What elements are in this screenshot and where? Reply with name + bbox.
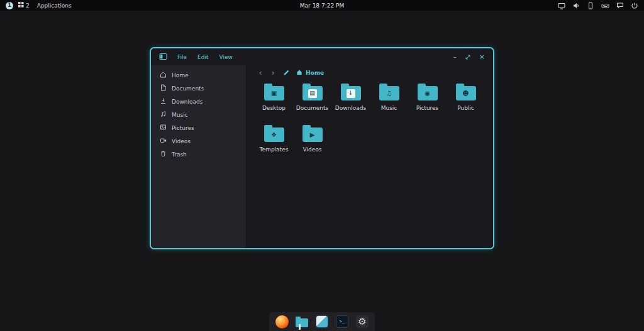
panel-left: 1 2 Applications [6, 2, 72, 9]
download-emblem-icon: ↓ [347, 89, 355, 98]
folder-label: Templates [260, 146, 289, 153]
applications-menu[interactable]: Applications [37, 3, 72, 9]
firefox-icon [275, 315, 289, 328]
folder-icon: ☻ [456, 86, 476, 100]
folder-icon: ▣ [264, 86, 284, 100]
breadcrumb-label: Home [306, 70, 324, 76]
workspace-indicator[interactable]: 1 [6, 2, 13, 9]
folder-label: Videos [303, 146, 322, 153]
keyboard-icon[interactable] [601, 2, 609, 9]
sidebar-item-label: Home [172, 72, 189, 79]
folder-icon: ♫ [379, 86, 399, 100]
folder-videos[interactable]: ▶ Videos [293, 122, 331, 164]
templates-emblem-icon: ❖ [271, 132, 277, 138]
titlebar[interactable]: File Edit View – × [151, 48, 493, 65]
file-view: ‹ › Home ▣ Desktop ▤ [247, 65, 493, 248]
sidebar-item-label: Trash [172, 151, 187, 158]
folder-label: Pictures [416, 105, 439, 111]
power-icon[interactable] [631, 2, 638, 9]
maximize-button[interactable] [465, 54, 471, 60]
sidebar-item-music[interactable]: Music [151, 108, 246, 121]
pictures-icon [160, 124, 167, 132]
dock-item-file-manager[interactable] [294, 314, 309, 329]
folder-label: Desktop [262, 105, 286, 111]
file-manager-icon [296, 318, 308, 327]
videos-icon [160, 137, 167, 145]
folder-label: Public [457, 105, 474, 111]
video-emblem-icon: ▶ [310, 132, 315, 138]
camera-emblem-icon: ◉ [425, 90, 430, 97]
folder-documents[interactable]: ▤ Documents [293, 81, 331, 122]
system-tray [558, 2, 638, 9]
sidebar-item-label: Downloads [172, 99, 203, 105]
download-icon [160, 97, 167, 106]
dock: >_ ⚙ [269, 312, 375, 331]
music-icon [160, 111, 167, 119]
menubar: File Edit View [177, 54, 233, 60]
music-emblem-icon: ♫ [386, 90, 392, 97]
editor-icon [316, 315, 328, 328]
clock[interactable]: Mar 18 7:22 PM [300, 0, 344, 11]
folder-grid: ▣ Desktop ▤ Documents ↓ Downloads ♫ Musi… [247, 80, 486, 164]
folder-pictures[interactable]: ◉ Pictures [408, 81, 447, 122]
folder-templates[interactable]: ❖ Templates [255, 122, 293, 164]
status-indicator[interactable]: 2 [18, 2, 30, 9]
app-menu-icon[interactable] [159, 51, 167, 63]
folder-icon: ▤ [303, 86, 323, 100]
sidebar-item-downloads[interactable]: Downloads [151, 95, 246, 108]
dock-item-firefox[interactable] [274, 314, 289, 329]
sidebar-item-trash[interactable]: Trash [151, 148, 246, 161]
chat-icon[interactable] [616, 2, 624, 9]
folder-downloads[interactable]: ↓ Downloads [331, 81, 370, 122]
dock-item-settings[interactable]: ⚙ [355, 314, 370, 329]
folder-icon: ❖ [264, 128, 284, 142]
folder-icon: ◉ [418, 86, 438, 100]
sidebar-item-videos[interactable]: Videos [151, 134, 246, 148]
edit-path-icon[interactable] [283, 69, 290, 76]
sidebar-item-documents[interactable]: Documents [151, 82, 246, 95]
terminal-icon: >_ [336, 315, 348, 328]
sidebar-item-label: Videos [172, 138, 191, 144]
minimize-button[interactable]: – [453, 53, 457, 60]
desktop: 1 2 Applications Mar 18 7:22 PM [0, 0, 644, 331]
document-emblem-icon: ▤ [308, 89, 317, 98]
person-emblem-icon: ☻ [462, 90, 469, 97]
layout-icon [18, 2, 24, 9]
back-button[interactable]: ‹ [254, 68, 267, 77]
projector-icon[interactable] [558, 2, 565, 9]
sidebar-item-home[interactable]: Home [151, 68, 246, 82]
desktop-emblem-icon: ▣ [271, 90, 277, 97]
sidebar-item-label: Pictures [172, 125, 194, 131]
menu-edit[interactable]: Edit [197, 54, 208, 60]
folder-desktop[interactable]: ▣ Desktop [255, 81, 293, 122]
trash-icon [160, 150, 167, 158]
sidebar-item-pictures[interactable]: Pictures [151, 121, 246, 134]
window-controls: – × [453, 53, 485, 60]
mouse-cursor [299, 324, 301, 330]
menu-view[interactable]: View [219, 54, 233, 60]
folder-public[interactable]: ☻ Public [447, 81, 485, 122]
file-manager-window: File Edit View – × Home [150, 47, 494, 249]
forward-button[interactable]: › [267, 68, 279, 77]
tablet-icon[interactable] [587, 2, 594, 9]
folder-music[interactable]: ♫ Music [370, 81, 408, 122]
folder-label: Music [381, 105, 397, 111]
home-icon [296, 69, 303, 77]
breadcrumb[interactable]: Home [296, 69, 324, 77]
folder-icon: ▶ [303, 128, 323, 142]
top-panel: 1 2 Applications Mar 18 7:22 PM [0, 0, 644, 11]
places-sidebar: Home Documents Downloads Music Pictures [151, 65, 247, 248]
status-indicator-count: 2 [26, 3, 30, 9]
gear-icon: ⚙ [356, 315, 369, 328]
folder-label: Documents [296, 105, 328, 111]
document-icon [160, 84, 167, 92]
home-icon [160, 71, 167, 79]
dock-item-terminal[interactable]: >_ [335, 314, 350, 329]
volume-icon[interactable] [572, 2, 580, 9]
folder-label: Downloads [335, 105, 366, 111]
sidebar-item-label: Music [172, 112, 188, 118]
dock-item-editor[interactable] [314, 314, 330, 329]
menu-file[interactable]: File [177, 54, 187, 60]
close-button[interactable]: × [479, 53, 485, 60]
sidebar-item-label: Documents [172, 85, 204, 92]
